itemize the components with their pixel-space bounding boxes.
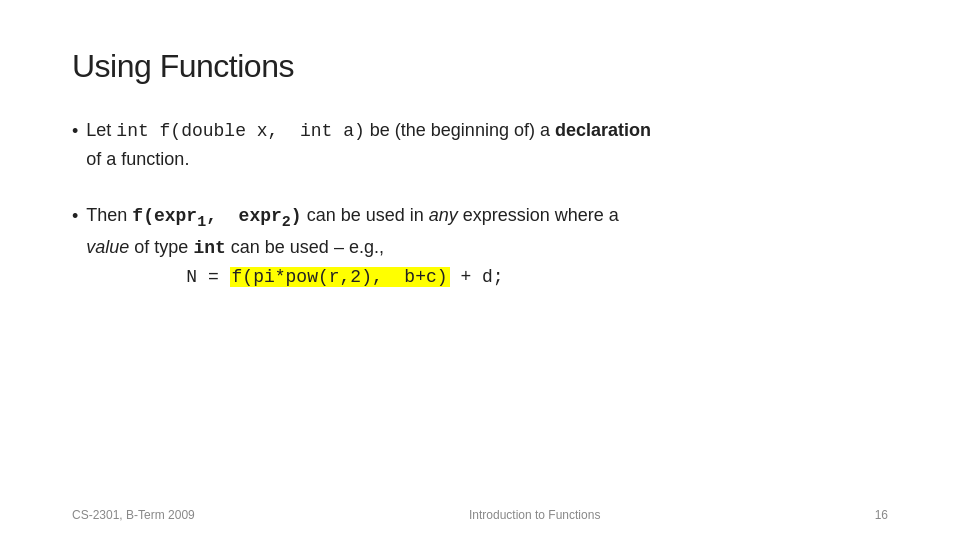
code-int: int <box>193 238 225 258</box>
bullet-dot-2: • <box>72 203 78 231</box>
bullet-1-text: Let int f(double x, int a) be (the begin… <box>86 117 651 174</box>
footer-center: Introduction to Functions <box>195 508 875 522</box>
word-any: any <box>429 205 458 225</box>
bullet-2: • Then f(expr1, expr2) can be used in an… <box>72 202 888 292</box>
sub-2: 2 <box>282 213 291 230</box>
bullet-dot-1: • <box>72 118 78 146</box>
code-n-equals: N = <box>186 267 229 287</box>
code-fexpr-code: f(expr1, expr2) <box>132 206 301 226</box>
code-declaration: int f(double x, int a) <box>116 121 364 141</box>
code-example-line: N = f(pi*pow(r,2), b+c) + d; <box>186 266 503 286</box>
bullet-2-text: Then f(expr1, expr2) can be used in any … <box>86 202 619 292</box>
slide-footer: CS-2301, B-Term 2009 Introduction to Fun… <box>72 508 888 522</box>
word-value: value <box>86 237 129 257</box>
code-plus-d: + d; <box>450 267 504 287</box>
word-declaration: declaration <box>555 120 651 140</box>
footer-right: 16 <box>875 508 888 522</box>
bullet-1-line2: of a function. <box>86 149 189 169</box>
sub-1: 1 <box>197 213 206 230</box>
bullet-1: • Let int f(double x, int a) be (the beg… <box>72 117 888 174</box>
slide: Using Functions • Let int f(double x, in… <box>0 0 960 540</box>
code-highlighted: f(pi*pow(r,2), b+c) <box>230 267 450 287</box>
slide-content: • Let int f(double x, int a) be (the beg… <box>72 117 888 291</box>
code-fexpr: f(expr1, expr2) <box>132 205 301 225</box>
slide-title: Using Functions <box>72 48 888 85</box>
footer-left: CS-2301, B-Term 2009 <box>72 508 195 522</box>
